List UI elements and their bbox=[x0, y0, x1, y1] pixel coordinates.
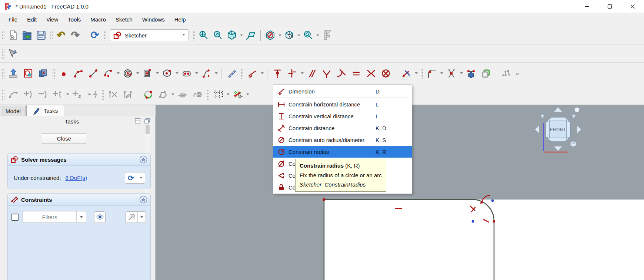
dof-link[interactable]: 8 DoF(s) bbox=[66, 175, 87, 181]
sketch-vertex-constraint[interactable] bbox=[493, 220, 495, 223]
collapse-chevron-icon[interactable] bbox=[139, 155, 147, 164]
filter-checkbox[interactable] bbox=[11, 214, 19, 221]
constrain-perpendicular-button[interactable] bbox=[320, 66, 333, 80]
menu-windows[interactable]: Windows bbox=[137, 14, 170, 24]
menu-macro[interactable]: Macro bbox=[86, 14, 111, 24]
join-curves-button[interactable] bbox=[106, 88, 120, 102]
split-edge-button[interactable] bbox=[121, 88, 134, 102]
menu-help[interactable]: Help bbox=[170, 14, 191, 24]
create-arc-button[interactable] bbox=[101, 66, 115, 80]
fillet-dropdown-arrow[interactable] bbox=[439, 66, 444, 80]
fit-all-button[interactable] bbox=[197, 27, 211, 43]
undo-button[interactable]: ↶ bbox=[54, 27, 68, 43]
toolbar-grip[interactable] bbox=[206, 89, 209, 100]
view-isometric-button[interactable] bbox=[225, 27, 239, 43]
create-rectangle-button[interactable] bbox=[141, 66, 154, 80]
save-button[interactable] bbox=[34, 27, 48, 43]
symmetry-dropdown-arrow[interactable] bbox=[170, 88, 175, 102]
navigation-cube[interactable]: FRONT bbox=[532, 106, 585, 154]
slot-dropdown-arrow[interactable] bbox=[194, 66, 199, 80]
rotate-right-step-arrow[interactable] bbox=[577, 125, 581, 134]
align-to-selection-button[interactable] bbox=[244, 27, 258, 43]
increase-degree-button[interactable] bbox=[21, 88, 35, 102]
menu-sketch[interactable]: Sketch bbox=[111, 14, 137, 24]
whats-this-button[interactable]: ? bbox=[6, 46, 20, 62]
menu-tools[interactable]: Tools bbox=[63, 14, 86, 24]
draw-style-dropdown-arrow[interactable] bbox=[277, 28, 282, 42]
maximize-button[interactable] bbox=[598, 0, 621, 13]
constrain-block-button[interactable] bbox=[379, 66, 393, 80]
trim-dropdown-arrow[interactable] bbox=[459, 66, 464, 80]
grid-dropdown-arrow[interactable] bbox=[226, 88, 230, 102]
panel-scrollbar-thumb[interactable] bbox=[146, 125, 150, 134]
menu-edit[interactable]: Edit bbox=[22, 14, 41, 24]
menu-item-constrain-vertical-distance[interactable]: Constrain vertical distance I bbox=[273, 110, 412, 122]
zoom-sync-button[interactable] bbox=[301, 27, 315, 43]
solver-refresh-icon[interactable]: ⟳ bbox=[125, 172, 137, 184]
menu-item-constrain-radius[interactable]: Constrain radius K, R bbox=[273, 146, 412, 158]
toolbar-grip[interactable] bbox=[1, 68, 4, 79]
collapse-chevron-icon[interactable] bbox=[139, 195, 147, 204]
close-window-button[interactable] bbox=[621, 0, 644, 13]
toolbar-grip[interactable] bbox=[103, 30, 106, 40]
toolbar-grip[interactable] bbox=[1, 49, 4, 59]
translate-button[interactable] bbox=[176, 88, 189, 102]
view-sketch-button[interactable] bbox=[21, 66, 35, 80]
toggle-driving-dropdown-arrow[interactable] bbox=[414, 66, 418, 80]
create-slot-button[interactable] bbox=[180, 66, 193, 80]
bspline-tools-button[interactable] bbox=[500, 66, 513, 80]
rotate-left-arrowhead[interactable] bbox=[540, 114, 544, 119]
bspline-dropdown-arrow[interactable] bbox=[214, 66, 218, 80]
toolbar-grip[interactable] bbox=[1, 89, 4, 100]
menu-file[interactable]: FFileile bbox=[4, 14, 22, 24]
polygon-dropdown-arrow[interactable] bbox=[174, 66, 179, 80]
minimize-button[interactable] bbox=[575, 0, 598, 13]
toolbar-overflow-button[interactable]: » bbox=[516, 70, 518, 76]
solver-refresh-dropdown-arrow[interactable] bbox=[137, 175, 145, 180]
fillet-button[interactable] bbox=[425, 66, 438, 80]
leave-sketch-button[interactable] bbox=[7, 66, 20, 80]
constrain-parallel-button[interactable] bbox=[305, 66, 318, 80]
constrain-coincident-button[interactable] bbox=[271, 66, 284, 80]
snap-toggle-button[interactable] bbox=[231, 88, 244, 102]
rotate-clone-button[interactable] bbox=[191, 88, 204, 102]
constrain-horizontal-vertical-button[interactable] bbox=[286, 66, 299, 80]
sketch-face[interactable] bbox=[324, 200, 644, 280]
show-hide-constraints-button[interactable] bbox=[94, 211, 106, 223]
insert-knot-button[interactable] bbox=[86, 88, 99, 102]
toolbar-grip[interactable] bbox=[101, 89, 104, 100]
menu-view[interactable]: View bbox=[41, 14, 63, 24]
selection-box-dropdown-arrow[interactable] bbox=[296, 28, 301, 42]
arc-dropdown-arrow[interactable] bbox=[116, 66, 120, 80]
create-bspline-button[interactable] bbox=[200, 66, 213, 80]
toolbar-grip[interactable] bbox=[192, 30, 195, 40]
carbon-copy-button[interactable] bbox=[479, 66, 493, 80]
increase-knot-multiplicity-button[interactable] bbox=[51, 88, 64, 102]
construction-mode-button[interactable] bbox=[225, 66, 238, 80]
constrain-equal-button[interactable] bbox=[350, 66, 363, 80]
filters-dropdown[interactable]: Filters bbox=[23, 211, 86, 223]
trim-button[interactable] bbox=[445, 66, 458, 80]
view-section-button[interactable] bbox=[36, 66, 50, 80]
refresh-button[interactable]: ⟳ bbox=[88, 27, 102, 43]
convert-geometry-button[interactable] bbox=[7, 88, 20, 102]
horizontal-constraint-marker[interactable] bbox=[395, 208, 402, 209]
tilt-up-arrow[interactable] bbox=[554, 107, 563, 112]
constrain-tangent-button[interactable] bbox=[335, 66, 348, 80]
symmetry-button[interactable] bbox=[156, 88, 170, 102]
zoom-sync-dropdown-arrow[interactable] bbox=[315, 28, 320, 42]
switch-virtual-space-button[interactable] bbox=[141, 88, 155, 102]
sketch-vertex-constraint[interactable] bbox=[323, 198, 325, 201]
external-geometry-button[interactable] bbox=[464, 66, 478, 80]
decrease-knot-multiplicity-button[interactable] bbox=[71, 88, 84, 102]
filters-dropdown-arrow[interactable] bbox=[76, 211, 86, 223]
rotate-right-arrowhead[interactable] bbox=[572, 114, 576, 119]
selection-box-button[interactable] bbox=[282, 27, 296, 43]
dimension-dropdown-arrow[interactable] bbox=[260, 66, 264, 80]
draw-style-button[interactable] bbox=[263, 27, 277, 43]
create-line-button[interactable] bbox=[87, 66, 100, 80]
workbench-selector[interactable]: Sketcher bbox=[110, 29, 188, 41]
circle-dropdown-arrow[interactable] bbox=[135, 66, 140, 80]
view-dropdown-arrow[interactable] bbox=[239, 28, 244, 42]
grid-toggle-button[interactable] bbox=[211, 88, 225, 102]
